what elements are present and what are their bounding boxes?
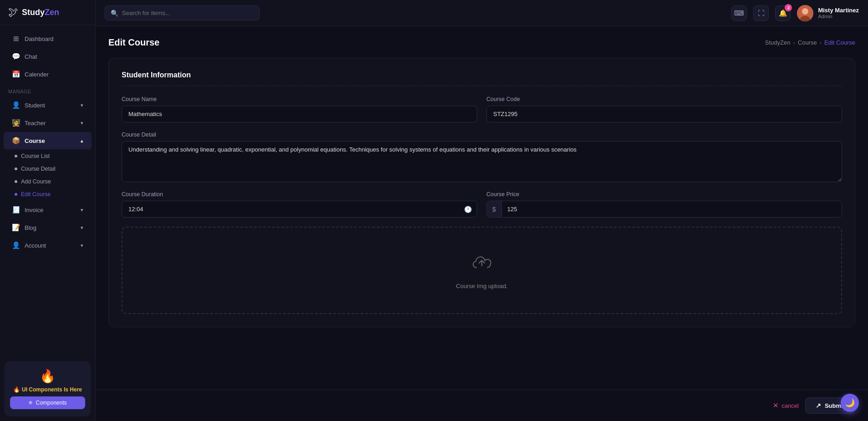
sidebar-item-edit-course[interactable]: Edit Course bbox=[15, 188, 95, 201]
blog-icon: 📝 bbox=[12, 223, 20, 232]
translate-icon: ⌨ bbox=[734, 9, 744, 17]
sidebar-item-label: Dashboard bbox=[25, 36, 54, 42]
course-detail-textarea[interactable]: Understanding and solving linear, quadra… bbox=[122, 141, 842, 182]
course-code-label: Course Code bbox=[486, 96, 842, 102]
course-duration-label: Course Duration bbox=[122, 191, 477, 198]
edit-course-form-card: Student Information Course Name Course C… bbox=[108, 58, 855, 327]
chevron-up-icon: ▴ bbox=[81, 138, 83, 144]
sidebar-item-label: Calender bbox=[25, 71, 49, 78]
sidebar-item-label: Account bbox=[25, 242, 46, 249]
snowflake-icon: ✳ bbox=[28, 400, 33, 406]
price-prefix: $ bbox=[487, 201, 502, 217]
upload-text: Course Img upload. bbox=[456, 283, 507, 289]
user-info: Misty Martinez Admin bbox=[818, 7, 859, 19]
course-name-input[interactable] bbox=[122, 106, 477, 122]
breadcrumb-sep: › bbox=[793, 39, 795, 46]
sidebar-item-label: Course bbox=[25, 137, 45, 144]
theme-toggle-button[interactable]: 🌙 bbox=[841, 394, 859, 412]
course-price-label: Course Price bbox=[486, 191, 842, 198]
sidebar-item-student[interactable]: 👤 Student ▾ bbox=[4, 96, 92, 114]
course-duration-group: Course Duration 🕐 bbox=[122, 191, 477, 218]
translate-button[interactable]: ⌨ bbox=[731, 5, 747, 21]
calendar-icon: 📅 bbox=[12, 70, 20, 78]
duration-price-row: Course Duration 🕐 Course Price $ bbox=[122, 191, 842, 218]
promo-components-button[interactable]: ✳ Components bbox=[10, 396, 85, 409]
course-name-group: Course Name bbox=[122, 96, 477, 122]
chevron-down-icon: ▾ bbox=[81, 225, 83, 231]
topbar-right: ⌨ ⛶ 🔔 2 Misty Martinez Ad bbox=[731, 5, 859, 21]
notification-button[interactable]: 🔔 2 bbox=[775, 5, 791, 21]
invoice-icon: 🧾 bbox=[12, 206, 20, 214]
sidebar-item-calendar[interactable]: 📅 Calender bbox=[4, 66, 92, 83]
notification-badge: 2 bbox=[785, 4, 792, 11]
course-icon: 📦 bbox=[12, 137, 20, 145]
sidebar-item-label: Invoice bbox=[25, 207, 43, 213]
course-price-group: Course Price $ bbox=[486, 191, 842, 218]
sidebar-navigation: ⊞ Dashboard 💬 Chat 📅 Calender Manage 👤 S… bbox=[0, 25, 95, 357]
course-code-input[interactable] bbox=[486, 106, 842, 122]
user-name: Misty Martinez bbox=[818, 7, 859, 14]
student-icon: 👤 bbox=[12, 101, 20, 109]
sidebar-item-account[interactable]: 👤 Account ▾ bbox=[4, 237, 92, 254]
sidebar: 🕊 StudyZen ⊞ Dashboard 💬 Chat 📅 Calender… bbox=[0, 0, 96, 421]
course-detail-label: Course Detail bbox=[122, 132, 842, 138]
sidebar-item-label: Student bbox=[25, 102, 45, 109]
course-submenu: Course List Course Detail Add Course Edi… bbox=[15, 150, 95, 201]
sidebar-item-course[interactable]: 📦 Course ▴ bbox=[4, 132, 92, 149]
main-content: 🔍 ⌨ ⛶ 🔔 2 bbox=[96, 0, 868, 421]
submit-icon: ↗ bbox=[816, 402, 821, 409]
sidebar-item-chat[interactable]: 💬 Chat bbox=[4, 48, 92, 65]
dot-icon bbox=[15, 167, 17, 170]
sidebar-subitem-label: Edit Course bbox=[21, 191, 51, 198]
sidebar-item-course-detail[interactable]: Course Detail bbox=[15, 162, 95, 175]
sidebar-item-label: Chat bbox=[25, 53, 37, 60]
name-code-row: Course Name Course Code bbox=[122, 96, 842, 122]
sidebar-subitem-label: Course Detail bbox=[21, 166, 56, 172]
sidebar-item-add-course[interactable]: Add Course bbox=[15, 175, 95, 188]
logo-icon: 🕊 bbox=[8, 6, 18, 18]
breadcrumb-section[interactable]: Course bbox=[798, 39, 817, 46]
user-profile[interactable]: Misty Martinez Admin bbox=[797, 5, 859, 21]
detail-row: Course Detail Understanding and solving … bbox=[122, 132, 842, 182]
sidebar-item-blog[interactable]: 📝 Blog ▾ bbox=[4, 219, 92, 236]
user-role: Admin bbox=[818, 14, 859, 19]
upload-icon bbox=[471, 251, 493, 277]
chevron-down-icon: ▾ bbox=[81, 243, 83, 249]
course-price-input[interactable] bbox=[502, 201, 842, 217]
dot-icon bbox=[15, 180, 17, 183]
section-title: Student Information bbox=[122, 71, 842, 86]
moon-icon: 🌙 bbox=[845, 398, 855, 408]
fullscreen-icon: ⛶ bbox=[758, 9, 765, 17]
course-name-label: Course Name bbox=[122, 96, 477, 102]
page-title: Edit Course bbox=[108, 37, 159, 48]
sidebar-subitem-label: Course List bbox=[21, 153, 50, 159]
dot-icon bbox=[15, 155, 17, 157]
sidebar-item-dashboard[interactable]: ⊞ Dashboard bbox=[4, 30, 92, 47]
search-input[interactable] bbox=[122, 6, 254, 20]
promo-title: 🔥UI Components Is Here bbox=[10, 386, 85, 393]
fullscreen-button[interactable]: ⛶ bbox=[753, 5, 769, 21]
promo-emoji: 🔥 bbox=[10, 369, 85, 384]
sidebar-logo: 🕊 StudyZen bbox=[0, 0, 95, 25]
course-detail-group: Course Detail Understanding and solving … bbox=[122, 132, 842, 182]
breadcrumb-current: Edit Course bbox=[824, 39, 855, 46]
content-area: Edit Course StudyZen › Course › Edit Cou… bbox=[96, 26, 868, 390]
price-input-wrap: $ bbox=[486, 201, 842, 218]
sidebar-item-course-list[interactable]: Course List bbox=[15, 150, 95, 162]
search-box: 🔍 bbox=[105, 5, 260, 20]
upload-area[interactable]: Course Img upload. bbox=[122, 227, 842, 314]
sidebar-item-teacher[interactable]: 🧑‍🏫 Teacher ▾ bbox=[4, 114, 92, 132]
manage-section-label: Manage bbox=[0, 83, 95, 96]
cancel-button[interactable]: ✕ cancel bbox=[773, 401, 799, 410]
breadcrumb-home[interactable]: StudyZen bbox=[765, 39, 791, 46]
sidebar-item-label: Teacher bbox=[25, 120, 46, 127]
sidebar-subitem-label: Add Course bbox=[21, 178, 51, 185]
topbar: 🔍 ⌨ ⛶ 🔔 2 bbox=[96, 0, 868, 26]
sidebar-item-label: Blog bbox=[25, 224, 36, 231]
sidebar-item-invoice[interactable]: 🧾 Invoice ▾ bbox=[4, 201, 92, 218]
course-duration-input[interactable] bbox=[122, 201, 477, 218]
sidebar-promo: 🔥 🔥UI Components Is Here ✳ Components bbox=[5, 361, 91, 416]
x-icon: ✕ bbox=[773, 401, 779, 410]
search-icon: 🔍 bbox=[111, 10, 118, 17]
dashboard-icon: ⊞ bbox=[12, 35, 20, 43]
